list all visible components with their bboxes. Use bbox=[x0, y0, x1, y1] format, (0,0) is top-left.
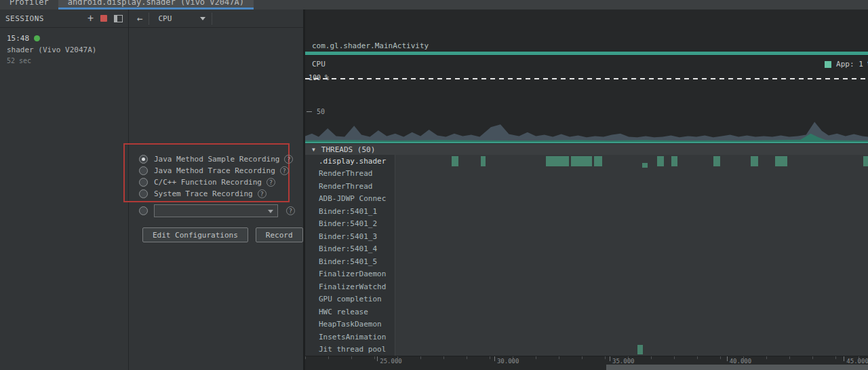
profiler-window: SESSIONS + 15:48 shader (Vivo V2047A) 52… bbox=[0, 10, 868, 370]
thread-activity-lane[interactable] bbox=[395, 155, 868, 168]
recording-config-select[interactable] bbox=[154, 204, 278, 217]
radio-option[interactable]: Java Method Sample Recording ? bbox=[139, 153, 293, 165]
thread-row[interactable]: FinalizerWatchd bbox=[305, 280, 868, 293]
collapse-panel-icon[interactable] bbox=[114, 15, 123, 22]
thread-activity-lane[interactable] bbox=[395, 168, 868, 181]
help-icon[interactable]: ? bbox=[280, 166, 289, 175]
thread-activity-lane[interactable] bbox=[395, 331, 868, 344]
chart-top-spacer bbox=[305, 10, 868, 39]
thread-activity-lane[interactable] bbox=[395, 193, 868, 206]
thread-activity-lane[interactable] bbox=[395, 230, 868, 243]
stop-recording-icon[interactable] bbox=[100, 15, 107, 22]
thread-activity-bar bbox=[546, 156, 568, 166]
radio-icon[interactable] bbox=[139, 166, 148, 175]
sessions-panel: SESSIONS + 15:48 shader (Vivo V2047A) 52… bbox=[0, 10, 129, 370]
sessions-toolbar: SESSIONS + bbox=[0, 10, 128, 28]
config-select-chevron-down-icon bbox=[268, 210, 273, 213]
threads-section-header[interactable]: ▼ THREADS (50) bbox=[305, 143, 868, 155]
thread-name: RenderThread bbox=[305, 168, 395, 181]
session-list-item[interactable]: 15:48 shader (Vivo V2047A) 52 sec bbox=[0, 28, 128, 71]
tab-session-label: android.display.shader (Vivo V2047A) bbox=[68, 0, 244, 7]
thread-row[interactable]: HeapTaskDaemon bbox=[305, 318, 868, 331]
thread-row[interactable]: GPU completion bbox=[305, 293, 868, 306]
tab-profiler[interactable]: Profiler bbox=[0, 0, 58, 10]
window-tab-bar: Profiler android.display.shader (Vivo V2… bbox=[0, 0, 868, 10]
thread-activity-bar bbox=[657, 156, 664, 166]
threads-header-label: THREADS (50) bbox=[321, 145, 375, 154]
thread-name: HeapTaskDaemon bbox=[305, 318, 395, 331]
thread-activity-lane[interactable] bbox=[395, 243, 868, 256]
radio-option[interactable]: Java Method Trace Recording ? bbox=[139, 165, 293, 177]
app-legend-swatch-icon bbox=[825, 61, 831, 68]
thread-name: Binder:5401_4 bbox=[305, 243, 395, 256]
thread-name: Binder:5401_2 bbox=[305, 218, 395, 231]
thread-activity-lane[interactable] bbox=[395, 306, 868, 318]
axis-major-tick bbox=[844, 356, 844, 361]
thread-activity-bar bbox=[671, 156, 677, 166]
thread-name: HWC release bbox=[305, 306, 395, 318]
help-icon[interactable]: ? bbox=[267, 178, 275, 187]
tab-profiler-session[interactable]: android.display.shader (Vivo V2047A) bbox=[58, 0, 254, 10]
thread-row[interactable]: FinalizerDaemon bbox=[305, 268, 868, 281]
radio-icon[interactable] bbox=[139, 178, 148, 187]
sessions-toolbar-icons: + bbox=[87, 15, 123, 22]
thread-row[interactable]: Binder:5401_5 bbox=[305, 255, 868, 268]
thread-row[interactable]: HWC release bbox=[305, 306, 868, 318]
others-cpu-area bbox=[305, 122, 868, 142]
help-icon[interactable]: ? bbox=[258, 189, 267, 198]
thread-activity-lane[interactable] bbox=[395, 255, 868, 268]
radio-option-label: Java Method Sample Recording bbox=[154, 155, 279, 164]
axis-tick-label: 45.000 bbox=[846, 358, 868, 365]
axis-major-tick bbox=[377, 356, 378, 361]
radio-option[interactable]: System Trace Recording ? bbox=[139, 188, 293, 200]
radio-option[interactable]: C/C++ Function Recording ? bbox=[139, 177, 293, 188]
thread-activity-lane[interactable] bbox=[395, 344, 868, 356]
custom-config-radio[interactable] bbox=[139, 206, 148, 215]
thread-row[interactable]: RenderThread bbox=[305, 168, 868, 181]
thread-activity-lane[interactable] bbox=[395, 205, 868, 218]
help-icon[interactable]: ? bbox=[286, 206, 295, 215]
thread-row[interactable]: Binder:5401_2 bbox=[305, 218, 868, 231]
cpu-area-chart bbox=[305, 77, 868, 142]
thread-row[interactable]: Binder:5401_3 bbox=[305, 230, 868, 243]
thread-activity-lane[interactable] bbox=[395, 180, 868, 193]
axis-tick-label: 25.000 bbox=[380, 358, 402, 365]
scrollbar-thumb[interactable] bbox=[606, 365, 868, 370]
thread-activity-lane[interactable] bbox=[395, 268, 868, 281]
radio-icon[interactable] bbox=[139, 155, 148, 164]
thread-activity-lane[interactable] bbox=[395, 293, 868, 306]
help-icon[interactable]: ? bbox=[284, 155, 293, 164]
thread-row[interactable]: Jit thread pool bbox=[305, 344, 868, 356]
thread-activity-lane[interactable] bbox=[395, 318, 868, 331]
time-axis: 25.00030.00035.00040.00045.000 bbox=[305, 356, 868, 365]
thread-activity-lane[interactable] bbox=[395, 280, 868, 293]
tab-profiler-label: Profiler bbox=[9, 0, 49, 7]
thread-row[interactable]: Binder:5401_4 bbox=[305, 243, 868, 256]
cpu-usage-chart[interactable]: 100 % 50 bbox=[305, 73, 868, 143]
process-name: com.gl.shader.MainActivity bbox=[312, 41, 429, 50]
thread-name: GPU completion bbox=[305, 293, 395, 306]
session-name: shader (Vivo V2047A) bbox=[7, 45, 121, 54]
thread-activity-lane[interactable] bbox=[395, 218, 868, 231]
thread-row[interactable]: RenderThread bbox=[305, 180, 868, 193]
thread-activity-bar bbox=[594, 156, 602, 166]
thread-activity-bar bbox=[637, 345, 643, 355]
record-button[interactable]: Record bbox=[256, 227, 303, 242]
edit-configurations-button[interactable]: Edit Configurations bbox=[142, 227, 248, 242]
thread-row[interactable]: InsetsAnimation bbox=[305, 331, 868, 344]
add-session-icon[interactable]: + bbox=[87, 15, 94, 22]
collapse-triangle-icon[interactable]: ▼ bbox=[312, 147, 315, 153]
horizontal-scrollbar[interactable] bbox=[305, 365, 868, 370]
recording-buttons: Edit Configurations Record bbox=[142, 227, 303, 242]
process-name-row: com.gl.shader.MainActivity bbox=[305, 39, 868, 52]
thread-name: InsetsAnimation bbox=[305, 331, 395, 344]
radio-icon[interactable] bbox=[139, 189, 148, 198]
thread-row[interactable]: .display.shader bbox=[305, 155, 868, 168]
axis-major-tick bbox=[610, 356, 610, 361]
threads-list: .display.shaderRenderThreadRenderThreadA… bbox=[305, 155, 868, 356]
thread-activity-bar bbox=[775, 156, 787, 166]
session-duration: 52 sec bbox=[7, 57, 121, 64]
thread-activity-bar bbox=[713, 156, 720, 166]
thread-row[interactable]: Binder:5401_1 bbox=[305, 205, 868, 218]
thread-row[interactable]: ADB-JDWP Connec bbox=[305, 193, 868, 206]
